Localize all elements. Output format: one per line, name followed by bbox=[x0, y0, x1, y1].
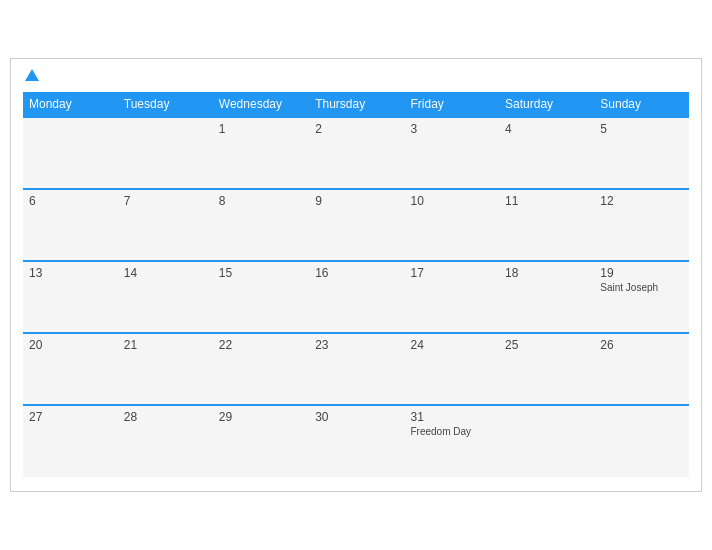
weekday-header-thursday: Thursday bbox=[309, 92, 404, 117]
day-cell: 16 bbox=[309, 261, 404, 333]
day-number: 20 bbox=[29, 338, 112, 352]
day-cell: 12 bbox=[594, 189, 689, 261]
week-row-2: 6789101112 bbox=[23, 189, 689, 261]
day-cell: 22 bbox=[213, 333, 309, 405]
day-number: 3 bbox=[410, 122, 493, 136]
day-number: 16 bbox=[315, 266, 398, 280]
weekday-header-sunday: Sunday bbox=[594, 92, 689, 117]
day-number: 7 bbox=[124, 194, 207, 208]
day-cell: 2 bbox=[309, 117, 404, 189]
weekday-header-wednesday: Wednesday bbox=[213, 92, 309, 117]
day-cell: 8 bbox=[213, 189, 309, 261]
day-number: 15 bbox=[219, 266, 303, 280]
weekday-header-saturday: Saturday bbox=[499, 92, 594, 117]
day-cell: 25 bbox=[499, 333, 594, 405]
day-number: 21 bbox=[124, 338, 207, 352]
day-cell: 1 bbox=[213, 117, 309, 189]
weekday-header-monday: Monday bbox=[23, 92, 118, 117]
day-cell: 31Freedom Day bbox=[404, 405, 499, 477]
day-number: 25 bbox=[505, 338, 588, 352]
day-number: 10 bbox=[410, 194, 493, 208]
day-cell: 15 bbox=[213, 261, 309, 333]
day-number: 2 bbox=[315, 122, 398, 136]
day-number: 24 bbox=[410, 338, 493, 352]
day-cell: 6 bbox=[23, 189, 118, 261]
logo-blue-text bbox=[23, 69, 39, 82]
event-label: Freedom Day bbox=[410, 426, 493, 437]
day-number: 19 bbox=[600, 266, 683, 280]
day-cell: 13 bbox=[23, 261, 118, 333]
day-number: 9 bbox=[315, 194, 398, 208]
day-cell: 29 bbox=[213, 405, 309, 477]
day-cell: 21 bbox=[118, 333, 213, 405]
day-cell: 4 bbox=[499, 117, 594, 189]
day-cell: 24 bbox=[404, 333, 499, 405]
day-number: 8 bbox=[219, 194, 303, 208]
day-number: 12 bbox=[600, 194, 683, 208]
calendar-header bbox=[23, 69, 689, 82]
day-number: 11 bbox=[505, 194, 588, 208]
day-number: 27 bbox=[29, 410, 112, 424]
day-cell: 23 bbox=[309, 333, 404, 405]
day-number: 14 bbox=[124, 266, 207, 280]
day-cell: 14 bbox=[118, 261, 213, 333]
day-cell: 10 bbox=[404, 189, 499, 261]
weekday-header-friday: Friday bbox=[404, 92, 499, 117]
day-number: 13 bbox=[29, 266, 112, 280]
day-cell: 27 bbox=[23, 405, 118, 477]
day-cell bbox=[23, 117, 118, 189]
day-number: 18 bbox=[505, 266, 588, 280]
calendar-container: MondayTuesdayWednesdayThursdayFridaySatu… bbox=[10, 58, 702, 492]
day-number: 5 bbox=[600, 122, 683, 136]
day-number: 31 bbox=[410, 410, 493, 424]
day-number: 1 bbox=[219, 122, 303, 136]
day-cell: 30 bbox=[309, 405, 404, 477]
logo-triangle-icon bbox=[25, 69, 39, 81]
day-cell: 20 bbox=[23, 333, 118, 405]
week-row-4: 20212223242526 bbox=[23, 333, 689, 405]
week-row-3: 13141516171819Saint Joseph bbox=[23, 261, 689, 333]
day-number: 6 bbox=[29, 194, 112, 208]
calendar-table: MondayTuesdayWednesdayThursdayFridaySatu… bbox=[23, 92, 689, 477]
day-cell: 28 bbox=[118, 405, 213, 477]
day-cell: 19Saint Joseph bbox=[594, 261, 689, 333]
day-cell: 11 bbox=[499, 189, 594, 261]
day-cell: 9 bbox=[309, 189, 404, 261]
weekday-header-row: MondayTuesdayWednesdayThursdayFridaySatu… bbox=[23, 92, 689, 117]
day-cell bbox=[118, 117, 213, 189]
day-cell: 18 bbox=[499, 261, 594, 333]
day-cell bbox=[594, 405, 689, 477]
day-cell: 3 bbox=[404, 117, 499, 189]
logo bbox=[23, 69, 39, 82]
day-number: 26 bbox=[600, 338, 683, 352]
day-number: 4 bbox=[505, 122, 588, 136]
day-number: 22 bbox=[219, 338, 303, 352]
day-number: 29 bbox=[219, 410, 303, 424]
week-row-5: 2728293031Freedom Day bbox=[23, 405, 689, 477]
day-cell: 26 bbox=[594, 333, 689, 405]
day-cell: 17 bbox=[404, 261, 499, 333]
day-cell: 7 bbox=[118, 189, 213, 261]
day-number: 23 bbox=[315, 338, 398, 352]
day-number: 28 bbox=[124, 410, 207, 424]
event-label: Saint Joseph bbox=[600, 282, 683, 293]
day-cell: 5 bbox=[594, 117, 689, 189]
week-row-1: 12345 bbox=[23, 117, 689, 189]
day-cell bbox=[499, 405, 594, 477]
day-number: 17 bbox=[410, 266, 493, 280]
day-number: 30 bbox=[315, 410, 398, 424]
weekday-header-tuesday: Tuesday bbox=[118, 92, 213, 117]
